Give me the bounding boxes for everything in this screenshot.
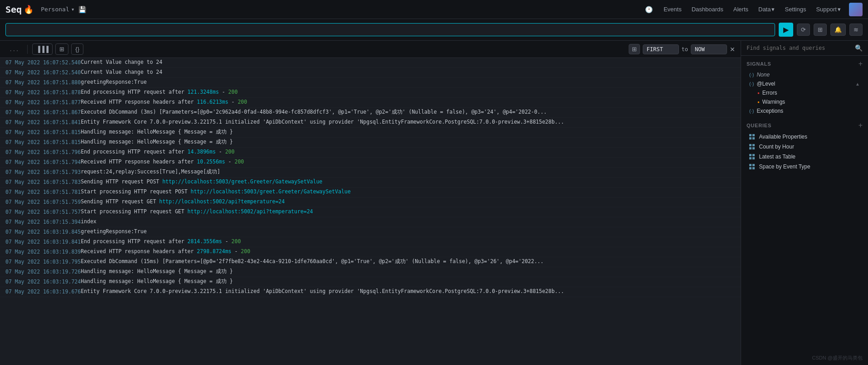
- search-bar-container: ▶ ⟳ ⊞ 🔔 ≋: [0, 19, 868, 41]
- log-row[interactable]: 07 May 2022 16:07:52.540Current Value ch…: [0, 58, 741, 68]
- log-row[interactable]: 07 May 2022 16:07:15.394index: [0, 217, 741, 227]
- run-query-button[interactable]: ▶: [779, 23, 793, 37]
- log-row[interactable]: 07 May 2022 16:03:19.724Handling message…: [0, 277, 741, 287]
- log-message: Sending HTTP request GET http://localhos…: [81, 198, 735, 205]
- log-row[interactable]: 07 May 2022 16:07:51.841Entity Framework…: [0, 118, 741, 128]
- log-timestamp: 07 May 2022 16:07:51.815: [5, 129, 81, 135]
- log-row[interactable]: 07 May 2022 16:07:51.781Start processing…: [0, 187, 741, 197]
- save-workspace-icon[interactable]: 💾: [78, 6, 86, 13]
- signal-none-item[interactable]: (·) None: [747, 70, 863, 79]
- bell-icon: 🔔: [834, 26, 842, 33]
- nav-dashboards[interactable]: Dashboards: [688, 4, 727, 14]
- tile-icon: ⊞: [818, 26, 823, 33]
- sidebar-search-input[interactable]: [747, 45, 852, 51]
- brace-icon: {}: [75, 46, 79, 53]
- nav-settings[interactable]: Settings: [781, 4, 810, 14]
- log-row[interactable]: 07 May 2022 16:03:19.841End processing H…: [0, 237, 741, 247]
- signal-errors-item[interactable]: ● Errors: [747, 88, 863, 97]
- signals-section: SIGNALS + (·) None (·) @Level ▲ ● Errors…: [741, 56, 868, 117]
- grid-icon-3: [749, 154, 755, 159]
- log-row[interactable]: 07 May 2022 16:03:19.726Handling message…: [0, 267, 741, 277]
- log-timestamp: 07 May 2022 16:07:51.815: [5, 139, 81, 145]
- log-row[interactable]: 07 May 2022 16:07:51.880greetingResponse…: [0, 78, 741, 88]
- tile-button[interactable]: ⊞: [814, 24, 827, 36]
- log-row[interactable]: 07 May 2022 16:07:51.793request:24,repla…: [0, 168, 741, 178]
- query-count-by-hour[interactable]: Count by Hour: [747, 142, 863, 152]
- nav-events[interactable]: Events: [660, 4, 685, 14]
- log-row[interactable]: 07 May 2022 16:07:51.867Executed DbComma…: [0, 108, 741, 118]
- app-logo[interactable]: Seq 🔥: [5, 4, 34, 15]
- log-message: Sending HTTP request POST http://localho…: [81, 178, 735, 185]
- workspace-selector[interactable]: Personal ▾ 💾: [38, 5, 88, 14]
- date-from-input[interactable]: [643, 44, 679, 54]
- wave-icon: ≋: [853, 26, 858, 33]
- queries-add-button[interactable]: +: [858, 122, 863, 129]
- refresh-icon: ⟳: [801, 26, 806, 33]
- user-avatar[interactable]: [849, 3, 863, 16]
- tag-button[interactable]: ⊞: [55, 43, 68, 55]
- toolbar-row: ... ▐▐▐ ⊞ {} ⊞ to ✕: [0, 41, 741, 58]
- query-space-by-event[interactable]: Space by Event Type: [747, 162, 863, 172]
- log-message: Handling message: HelloMessage { Message…: [81, 139, 735, 145]
- signal-level-item[interactable]: (·) @Level ▲: [747, 79, 863, 88]
- log-message: End processing HTTP request after 2814.3…: [81, 238, 735, 245]
- date-to-input[interactable]: [691, 44, 727, 54]
- log-timestamp: 07 May 2022 16:03:19.726: [5, 268, 81, 275]
- log-row[interactable]: 07 May 2022 16:07:51.815Handling message…: [0, 138, 741, 148]
- log-row[interactable]: 07 May 2022 16:07:51.878End processing H…: [0, 88, 741, 98]
- nav-data[interactable]: Data ▾: [755, 4, 778, 14]
- brace-button[interactable]: {}: [71, 43, 83, 55]
- signal-level-label: @Level: [756, 81, 775, 87]
- errors-dot-icon: ●: [757, 91, 760, 95]
- signals-add-button[interactable]: +: [858, 60, 863, 67]
- clock-icon[interactable]: 🕐: [642, 4, 655, 15]
- log-row[interactable]: 07 May 2022 16:07:51.877Received HTTP re…: [0, 98, 741, 108]
- log-message: Entity Framework Core 7.0.0-preview.3.22…: [81, 119, 735, 125]
- signal-exceptions-item[interactable]: (·) Exceptions: [747, 106, 863, 115]
- signal-level-chevron-icon: ▲: [855, 82, 860, 86]
- log-row[interactable]: 07 May 2022 16:03:19.845greetingResponse…: [0, 227, 741, 237]
- log-row[interactable]: 07 May 2022 16:03:19.676Entity Framework…: [0, 287, 741, 297]
- log-row[interactable]: 07 May 2022 16:07:51.796End processing H…: [0, 148, 741, 158]
- query-space-event-label: Space by Event Type: [759, 163, 810, 170]
- log-timestamp: 07 May 2022 16:07:51.796: [5, 149, 81, 155]
- signal-exceptions-radio-icon: (·): [749, 108, 754, 114]
- log-row[interactable]: 07 May 2022 16:07:51.794Received HTTP re…: [0, 158, 741, 168]
- signal-errors-label: Errors: [762, 90, 777, 96]
- search-icon: 🔍: [855, 44, 863, 52]
- log-timestamp: 07 May 2022 16:07:51.880: [5, 79, 81, 86]
- log-row[interactable]: 07 May 2022 16:03:19.795Executed DbComma…: [0, 257, 741, 267]
- log-row[interactable]: 07 May 2022 16:07:51.757Start processing…: [0, 207, 741, 217]
- log-timestamp: 07 May 2022 16:07:51.841: [5, 119, 81, 125]
- log-message: Handling message: HelloMessage { Message…: [81, 268, 735, 275]
- bar-chart-button[interactable]: ▐▐▐: [32, 43, 53, 55]
- log-row[interactable]: 07 May 2022 16:07:51.759Sending HTTP req…: [0, 197, 741, 207]
- log-timestamp: 07 May 2022 16:07:52.540: [5, 69, 81, 76]
- log-row[interactable]: 07 May 2022 16:07:51.783Sending HTTP req…: [0, 178, 741, 187]
- watermark: CSDN @盛开的马类包: [741, 351, 868, 365]
- log-row[interactable]: 07 May 2022 16:07:51.815Handling message…: [0, 128, 741, 138]
- alert-button[interactable]: 🔔: [830, 24, 846, 36]
- signal-button[interactable]: ≋: [849, 24, 863, 36]
- signal-none-label: None: [756, 72, 770, 78]
- signal-warnings-item[interactable]: ● Warnings: [747, 97, 863, 106]
- log-row[interactable]: 07 May 2022 16:07:52.540Current Value ch…: [0, 68, 741, 78]
- log-row[interactable]: 07 May 2022 16:03:19.839Received HTTP re…: [0, 247, 741, 257]
- bar-chart-icon: ▐▐▐: [36, 46, 49, 53]
- search-input-wrap: [5, 23, 775, 36]
- nav-support[interactable]: Support ▾: [812, 4, 844, 14]
- dots-label: ...: [5, 44, 23, 54]
- query-available-properties[interactable]: Available Properties: [747, 132, 863, 142]
- log-message: Current Value change to 24: [81, 59, 735, 65]
- refresh-button[interactable]: ⟳: [797, 24, 810, 36]
- date-clear-button[interactable]: ✕: [730, 46, 735, 53]
- nav-alerts[interactable]: Alerts: [730, 4, 752, 14]
- log-timestamp: 07 May 2022 16:07:15.394: [5, 218, 81, 225]
- date-grid-button[interactable]: ⊞: [629, 44, 640, 54]
- log-timestamp: 07 May 2022 16:03:19.676: [5, 288, 81, 295]
- query-count-hour-label: Count by Hour: [759, 144, 794, 150]
- log-timestamp: 07 May 2022 16:07:51.759: [5, 198, 81, 205]
- top-nav: Seq 🔥 Personal ▾ 💾 🕐 Events Dashboards A…: [0, 0, 868, 19]
- search-input[interactable]: [5, 23, 775, 36]
- query-latest-as-table[interactable]: Latest as Table: [747, 152, 863, 162]
